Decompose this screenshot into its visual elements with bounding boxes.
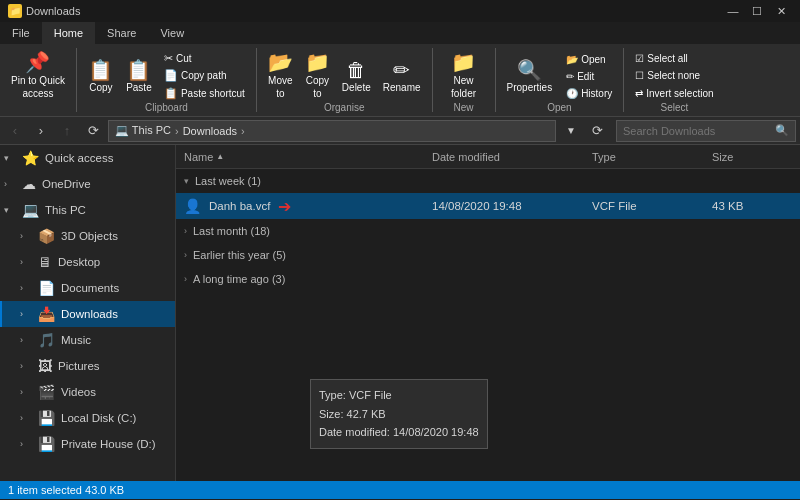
sidebar-item-documents[interactable]: › 📄 Documents [0,275,175,301]
file-row-danh-ba[interactable]: 👤 Danh ba.vcf ➔ 14/08/2020 19:48 VCF Fil… [176,193,800,219]
tab-home[interactable]: Home [42,22,95,44]
back-button[interactable]: ‹ [4,120,26,142]
main-area: ▾ ⭐ Quick access › ☁ OneDrive ▾ 💻 This P… [0,145,800,481]
paste-shortcut-button[interactable]: 📋 Paste shortcut [159,86,250,102]
sidebar-item-private-house-d[interactable]: › 💾 Private House (D:) [0,431,175,457]
group-long-ago[interactable]: › A long time ago (3) [176,267,800,291]
ribbon-group-open: 🔍 Properties 📂 Open ✏ Edit 🕐 History [496,48,625,112]
sidebar-label-local-disk-c: Local Disk (C:) [61,412,136,424]
sidebar-label-desktop: Desktop [58,256,100,268]
open-label: Open [547,102,571,113]
disk-c-icon: 💾 [38,410,55,426]
maximize-button[interactable]: ☐ [746,3,768,19]
open-button[interactable]: 📂 Open [561,51,617,67]
file-name-cell-danh-ba: 👤 Danh ba.vcf ➔ [184,197,432,216]
new-folder-button[interactable]: 📁 New folder [439,50,489,102]
move-to-button[interactable]: 📂 Move to [263,50,298,102]
open-buttons: 🔍 Properties 📂 Open ✏ Edit 🕐 History [502,50,618,102]
cut-button[interactable]: ✂ Cut [159,50,250,66]
sidebar-label-3dobjects: 3D Objects [61,230,118,242]
search-icon: 🔍 [775,124,789,137]
col-name[interactable]: Name ▲ [184,151,432,163]
sidebar-item-downloads[interactable]: › 📥 Downloads [0,301,175,327]
tab-view[interactable]: View [148,22,196,44]
app-icon: 📁 [8,4,22,18]
col-type[interactable]: Type [592,151,712,163]
minimize-button[interactable]: — [722,3,744,19]
col-size[interactable]: Size [712,151,792,163]
path-pc: 💻 This PC [115,124,171,137]
copy-to-button[interactable]: 📁 Copy to [300,50,335,102]
sidebar-item-onedrive[interactable]: › ☁ OneDrive [0,171,175,197]
invert-selection-button[interactable]: ⇄ Invert selection [630,86,718,102]
rename-button[interactable]: ✏ Rename [378,50,426,102]
address-refresh-button[interactable]: ⟳ [586,120,608,142]
select-none-button[interactable]: ☐ Select none [630,68,718,84]
title-bar: 📁 Downloads — ☐ ✕ [0,0,800,22]
sidebar-label-onedrive: OneDrive [42,178,91,190]
expand-icon-onedrive: › [4,179,16,189]
sidebar-label-videos: Videos [61,386,96,398]
tab-file[interactable]: File [0,22,42,44]
expand-icon: ▾ [4,153,16,163]
pictures-icon: 🖼 [38,358,52,374]
up-button[interactable]: ↑ [56,120,78,142]
ribbon: File Home Share View 📌 Pin to Quick acce… [0,22,800,117]
sidebar-item-videos[interactable]: › 🎬 Videos [0,379,175,405]
copy-button[interactable]: 📋 Copy [83,50,119,102]
expand-icon-videos: › [20,387,32,397]
title-bar-controls: — ☐ ✕ [722,3,792,19]
file-list-header: Name ▲ Date modified Type Size [176,145,800,169]
sidebar-item-this-pc[interactable]: ▾ 💻 This PC [0,197,175,223]
sidebar-item-desktop[interactable]: › 🖥 Desktop [0,249,175,275]
disk-d-icon: 💾 [38,436,55,452]
group-chevron-earlieryear: › [184,250,187,260]
title-bar-left: 📁 Downloads [8,4,80,18]
path-separator-2: › [241,125,245,137]
close-button[interactable]: ✕ [770,3,792,19]
sidebar-item-music[interactable]: › 🎵 Music [0,327,175,353]
address-path[interactable]: 💻 This PC › Downloads › [108,120,556,142]
ribbon-group-pin: 📌 Pin to Quick access [0,48,77,112]
expand-icon-pictures: › [20,361,32,371]
search-box[interactable]: 🔍 [616,120,796,142]
open-icon: 📂 [566,54,578,65]
search-input[interactable] [623,125,771,137]
downloads-icon: 📥 [38,306,55,322]
sidebar-item-local-disk-c[interactable]: › 💾 Local Disk (C:) [0,405,175,431]
history-icon: 🕐 [566,88,578,99]
expand-icon-downloads: › [20,309,32,319]
group-earlier-year[interactable]: › Earlier this year (5) [176,243,800,267]
sidebar-item-3dobjects[interactable]: › 📦 3D Objects [0,223,175,249]
dropdown-button[interactable]: ▼ [560,120,582,142]
group-last-month[interactable]: › Last month (18) [176,219,800,243]
ribbon-group-new: 📁 New folder New [433,48,496,112]
select-buttons: ☑ Select all ☐ Select none ⇄ Invert sele… [630,50,718,102]
sidebar-item-quick-access[interactable]: ▾ ⭐ Quick access [0,145,175,171]
tab-share[interactable]: Share [95,22,148,44]
3d-objects-icon: 📦 [38,228,55,244]
history-button[interactable]: 🕐 History [561,85,617,101]
clipboard-buttons: 📋 Copy 📋 Paste ✂ Cut 📄 Copy path [83,50,250,102]
delete-icon: 🗑 [346,60,366,80]
sidebar-label-documents: Documents [61,282,119,294]
group-last-week[interactable]: ▾ Last week (1) [176,169,800,193]
select-col: ☑ Select all ☐ Select none ⇄ Invert sele… [630,50,718,102]
ribbon-group-select: ☑ Select all ☐ Select none ⇄ Invert sele… [624,48,724,112]
edit-button[interactable]: ✏ Edit [561,68,617,84]
properties-button[interactable]: 🔍 Properties [502,50,558,102]
delete-button[interactable]: 🗑 Delete [337,50,376,102]
paste-icon: 📋 [126,60,151,80]
forward-button[interactable]: › [30,120,52,142]
select-all-button[interactable]: ☑ Select all [630,50,718,66]
file-list: Name ▲ Date modified Type Size ▾ Last we… [176,145,800,481]
refresh-button[interactable]: ⟳ [82,120,104,142]
paste-button[interactable]: 📋 Paste [121,50,157,102]
col-date-modified[interactable]: Date modified [432,151,592,163]
file-date-danh-ba: 14/08/2020 19:48 [432,200,592,212]
group-chevron-lastweek: ▾ [184,176,189,186]
pin-to-quick-access-button[interactable]: 📌 Pin to Quick access [6,50,70,102]
copy-path-button[interactable]: 📄 Copy path [159,68,250,84]
sidebar-item-pictures[interactable]: › 🖼 Pictures [0,353,175,379]
properties-icon: 🔍 [517,60,542,80]
